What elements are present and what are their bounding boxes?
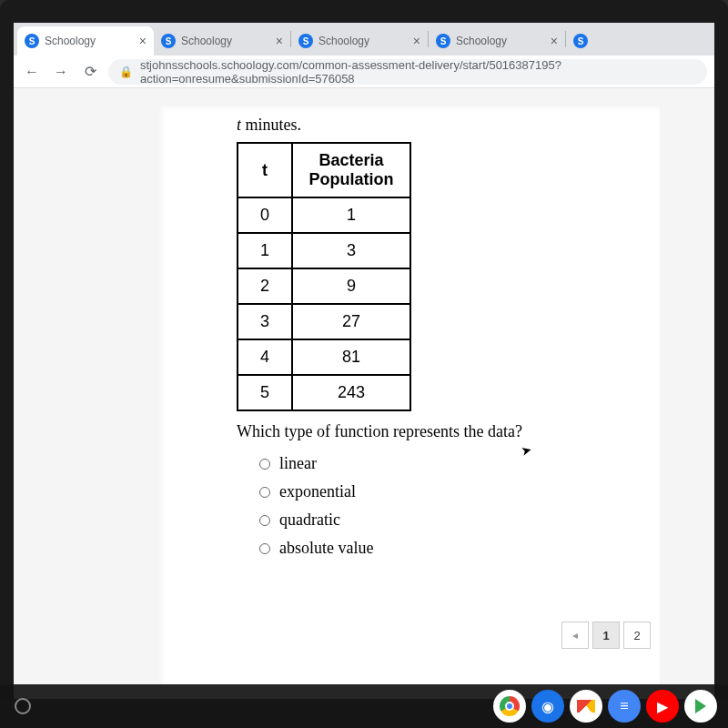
youtube-app-icon[interactable]: ▶ <box>646 690 679 723</box>
close-icon[interactable]: × <box>551 34 558 48</box>
back-button[interactable]: ← <box>21 61 43 83</box>
radio-icon <box>259 487 270 498</box>
option-label: exponential <box>279 482 356 501</box>
pager-prev-button[interactable]: ◂ <box>561 622 589 649</box>
close-icon[interactable]: × <box>276 34 283 48</box>
question-prompt: Which type of function represents the da… <box>237 422 632 441</box>
forward-button[interactable]: → <box>50 61 72 83</box>
schoology-icon: S <box>25 34 39 48</box>
table-row: 481 <box>238 339 410 375</box>
address-bar[interactable]: 🔒 stjohnsschools.schoology.com/common-as… <box>108 59 707 85</box>
radio-icon <box>259 543 270 554</box>
schoology-icon: S <box>298 34 313 48</box>
url-text: stjohnsschools.schoology.com/common-asse… <box>140 58 696 86</box>
lock-icon: 🔒 <box>119 66 133 78</box>
schoology-icon: S <box>436 34 450 48</box>
launcher-icon[interactable] <box>15 698 31 714</box>
answer-options: linear exponential quadratic absolute va… <box>259 454 632 558</box>
browser-tab-partial[interactable]: S <box>566 26 593 56</box>
option-label: linear <box>279 454 317 473</box>
assessment-page: t minutes. t Bacteria Population 01 13 2… <box>159 106 660 699</box>
table-header: t <box>238 143 292 197</box>
tab-title: Schoology <box>318 35 408 47</box>
schoology-icon: S <box>161 34 176 48</box>
tab-title: Schoology <box>45 35 134 47</box>
browser-tab[interactable]: S Schoology × <box>291 26 428 56</box>
content-area: t minutes. t Bacteria Population 01 13 2… <box>14 88 714 699</box>
close-icon[interactable]: × <box>413 34 420 48</box>
option-label: absolute value <box>279 539 373 558</box>
radio-icon <box>259 515 270 526</box>
table-row: 29 <box>238 268 410 304</box>
tab-title: Schoology <box>181 35 270 47</box>
option-linear[interactable]: linear <box>259 454 632 473</box>
tab-title: Schoology <box>456 35 545 47</box>
browser-tab[interactable]: S Schoology × <box>17 26 154 56</box>
option-exponential[interactable]: exponential <box>259 482 632 501</box>
browser-tab[interactable]: S Schoology × <box>154 26 290 56</box>
browser-tab[interactable]: S Schoology × <box>429 26 565 56</box>
pager-page-1[interactable]: 1 <box>592 622 620 649</box>
heading-suffix: minutes. <box>241 116 301 134</box>
toolbar: ← → ⟳ 🔒 stjohnsschools.schoology.com/com… <box>14 56 714 88</box>
close-icon[interactable]: × <box>139 34 147 48</box>
reload-button[interactable]: ⟳ <box>79 61 101 83</box>
table-row: 327 <box>238 304 410 339</box>
data-table: t Bacteria Population 01 13 29 327 481 5… <box>237 142 411 411</box>
chromeos-shelf: ◉ ≡ ▶ <box>0 684 728 728</box>
option-absolute-value[interactable]: absolute value <box>259 539 632 558</box>
browser-window: S Schoology × S Schoology × S Schoology … <box>14 23 714 699</box>
table-header: Bacteria Population <box>292 143 410 197</box>
laptop-frame: S Schoology × S Schoology × S Schoology … <box>0 0 728 699</box>
playstore-app-icon[interactable] <box>684 690 717 723</box>
pager-page-2[interactable]: 2 <box>623 622 651 649</box>
docs-app-icon[interactable]: ≡ <box>608 690 641 723</box>
tab-bar: S Schoology × S Schoology × S Schoology … <box>14 23 714 56</box>
table-row: 01 <box>238 197 410 233</box>
schoology-icon: S <box>573 34 588 48</box>
chrome-app-icon[interactable] <box>493 690 526 723</box>
question-context: t minutes. <box>237 116 632 135</box>
files-app-icon[interactable]: ◉ <box>531 690 564 723</box>
radio-icon <box>259 459 270 470</box>
table-row: 13 <box>238 233 410 268</box>
pagination: ◂ 1 2 <box>561 622 651 649</box>
option-quadratic[interactable]: quadratic <box>259 511 632 530</box>
gmail-app-icon[interactable] <box>570 690 602 723</box>
table-header-row: t Bacteria Population <box>238 143 410 197</box>
option-label: quadratic <box>279 511 340 530</box>
table-row: 5243 <box>238 375 410 410</box>
